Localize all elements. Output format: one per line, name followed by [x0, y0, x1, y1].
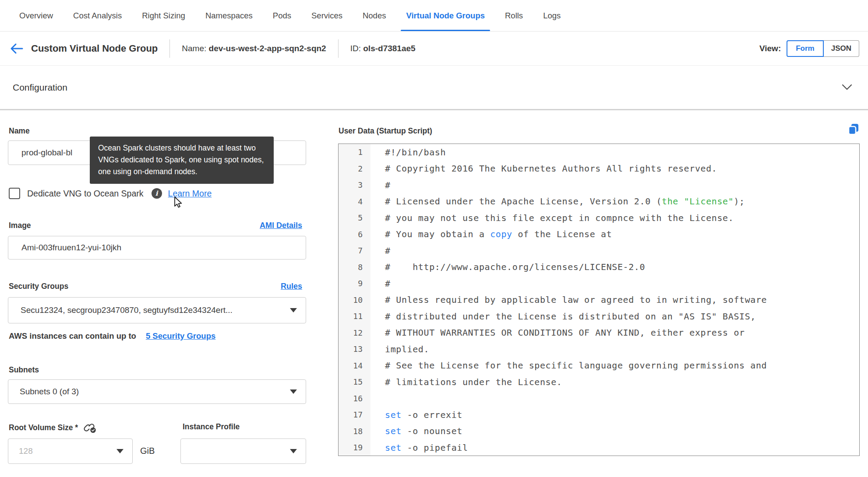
code-text: # See the License for the specific langu…	[370, 360, 767, 371]
copy-button[interactable]	[847, 123, 860, 138]
code-line: 12# WITHOUT WARRANTIES OR CONDITIONS OF …	[339, 325, 859, 341]
collapse-section-button[interactable]	[842, 84, 852, 91]
line-number: 14	[339, 358, 370, 374]
line-number: 9	[339, 275, 370, 292]
code-line: 7#	[339, 242, 859, 259]
code-line: 5# you may not use this file except in c…	[339, 210, 859, 226]
header-divider	[169, 39, 170, 58]
line-number: 11	[339, 308, 370, 325]
gib-unit-label: GiB	[140, 446, 155, 456]
view-form-button[interactable]: Form	[787, 40, 824, 57]
tab-logs[interactable]: Logs	[543, 0, 561, 31]
header-divider	[338, 39, 339, 58]
code-line: 10# Unless required by applicable law or…	[339, 292, 859, 309]
code-line: 14# See the License for the specific lan…	[339, 358, 859, 374]
page-header: Custom Virtual Node Group Name: dev-us-w…	[0, 32, 868, 66]
line-number: 3	[339, 177, 370, 193]
line-number: 19	[339, 439, 370, 456]
code-text: #!/bin/bash	[370, 147, 446, 158]
subnets-dropdown[interactable]: Subnets 0 (of 3)	[8, 379, 306, 404]
code-text: # Copyright 2016 The Kubernetes Authors …	[370, 163, 717, 174]
line-number: 8	[339, 259, 370, 276]
info-icon[interactable]: i	[152, 188, 162, 199]
line-number: 13	[339, 341, 370, 358]
view-label: View:	[759, 44, 781, 53]
tab-nodes[interactable]: Nodes	[363, 0, 386, 31]
code-line: 13implied.	[339, 341, 859, 358]
tab-rolls[interactable]: Rolls	[505, 0, 523, 31]
five-security-groups-link[interactable]: 5 Security Groups	[146, 331, 215, 341]
security-groups-dropdown[interactable]: Secu12324, secgroup23470870, segtuyfsd12…	[8, 297, 306, 323]
root-volume-size-label: Root Volume Size *	[9, 423, 78, 432]
code-text: #	[370, 180, 391, 190]
subnets-label: Subnets	[9, 365, 39, 375]
back-button[interactable]	[10, 43, 23, 54]
code-text: set -o nounset	[370, 426, 462, 436]
vng-name: Name: dev-us-west-2-app-sqn2-sqn2	[182, 44, 326, 53]
name-label: Name	[9, 126, 30, 136]
code-lines: 1#!/bin/bash2# Copyright 2016 The Kubern…	[339, 144, 859, 456]
code-text: #	[370, 278, 391, 289]
code-line: 17set -o errexit	[339, 407, 859, 423]
security-groups-note-row: AWS instances can contain up to 5 Securi…	[9, 331, 215, 341]
code-text: # limitations under the License.	[370, 377, 562, 387]
code-editor[interactable]: 1#!/bin/bash2# Copyright 2016 The Kubern…	[338, 144, 860, 456]
tab-virtual-node-groups[interactable]: Virtual Node Groups	[406, 0, 485, 31]
root-volume-size-label-row: Root Volume Size *	[9, 422, 96, 433]
ami-details-link[interactable]: AMI Details	[260, 221, 302, 230]
view-json-button[interactable]: JSON	[824, 40, 859, 57]
dedicate-vng-checkbox[interactable]	[9, 188, 20, 199]
configuration-section-header: Configuration	[0, 66, 868, 110]
tab-overview[interactable]: Overview	[19, 0, 53, 31]
line-number: 17	[339, 407, 370, 423]
tab-services[interactable]: Services	[311, 0, 342, 31]
code-line: 18set -o nounset	[339, 423, 859, 440]
code-text: # you may not use this file except in co…	[370, 213, 734, 223]
tab-namespaces[interactable]: Namespaces	[205, 0, 253, 31]
dedicate-vng-label: Dedicate VNG to Ocean Spark	[27, 189, 144, 199]
vng-id: ID: ols-d7381ae5	[350, 44, 416, 53]
code-text: # You may obtain a copy of the License a…	[370, 229, 612, 239]
tab-right-sizing[interactable]: Right Sizing	[142, 0, 185, 31]
page-title: Custom Virtual Node Group	[31, 43, 158, 54]
image-label: Image	[9, 221, 31, 230]
code-line: 3#	[339, 177, 859, 193]
ocean-spark-tooltip: Ocean Spark clusters should have at leas…	[90, 137, 274, 184]
line-number: 18	[339, 423, 370, 440]
caret-down-icon	[290, 389, 297, 394]
security-groups-note: AWS instances can contain up to	[9, 331, 136, 341]
code-text: # Unless required by applicable law or a…	[370, 295, 767, 305]
tab-cost-analysis[interactable]: Cost Analysis	[73, 0, 122, 31]
security-groups-label-row: Security Groups Rules	[9, 282, 302, 291]
instance-profile-label: Instance Profile	[183, 422, 240, 431]
image-input[interactable]	[8, 236, 306, 260]
line-number: 10	[339, 292, 370, 309]
configuration-title: Configuration	[13, 82, 67, 93]
code-line: 15# limitations under the License.	[339, 374, 859, 390]
caret-down-icon	[116, 449, 123, 453]
rules-link[interactable]: Rules	[281, 282, 302, 291]
root-volume-size-input[interactable]	[8, 446, 87, 456]
caret-down-icon	[290, 449, 297, 453]
line-number: 6	[339, 226, 370, 243]
security-groups-value: Secu12324, secgroup23470870, segtuyfsd12…	[8, 305, 233, 315]
code-line: 19set -o pipefail	[339, 439, 859, 456]
root-volume-size-dropdown[interactable]	[8, 438, 133, 464]
code-line: 16	[339, 390, 859, 407]
learn-more-link[interactable]: Learn More	[168, 189, 212, 199]
instance-profile-dropdown[interactable]	[180, 438, 306, 464]
line-number: 2	[339, 161, 370, 177]
code-line: 8# http://www.apache.org/licenses/LICENS…	[339, 259, 859, 276]
code-line: 2# Copyright 2016 The Kubernetes Authors…	[339, 161, 859, 177]
vng-name-value: dev-us-west-2-app-sqn2-sqn2	[209, 44, 326, 53]
code-text: implied.	[370, 344, 429, 354]
tab-pods[interactable]: Pods	[273, 0, 291, 31]
code-line: 6# You may obtain a copy of the License …	[339, 226, 859, 243]
code-text: # distributed under the License is distr…	[370, 311, 756, 322]
code-line: 1#!/bin/bash	[339, 144, 859, 161]
vng-name-label: Name:	[182, 44, 206, 53]
code-text: # Licensed under the Apache License, Ver…	[370, 196, 745, 207]
line-number: 4	[339, 193, 370, 210]
user-data-label: User Data (Startup Script)	[339, 126, 432, 136]
code-line: 9#	[339, 275, 859, 292]
